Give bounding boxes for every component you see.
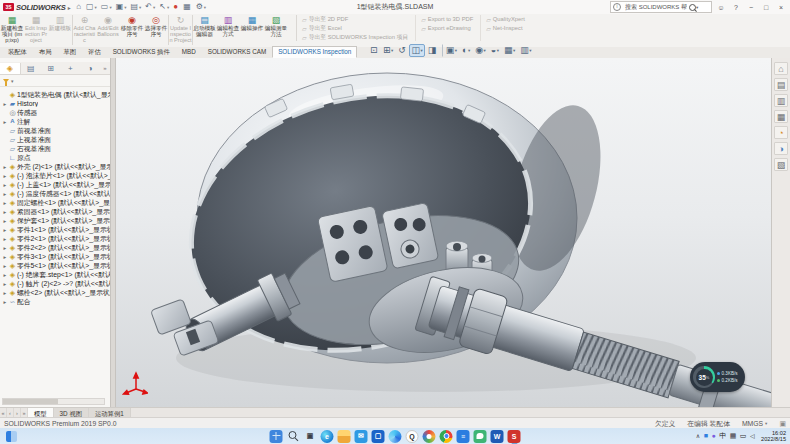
tree-item[interactable]: ▸ ◈ 螺栓<2> (默认<<默认>_显示状态: [0, 288, 110, 297]
update-inspection-project-button[interactable]: ↻ Update Inspection Project: [168, 15, 192, 45]
tree-item[interactable]: ▱ 右视基准面: [0, 144, 110, 153]
export-menu-item[interactable]: ▱ Net-Inspect: [486, 24, 525, 32]
export-menu-item[interactable]: ▱ 导出至 SOLIDWORKS Inspection 项目: [302, 33, 408, 41]
tree-item[interactable]: ▸ ◈ 零件2<2> (默认<<默认>_显示状态: [0, 243, 110, 252]
tree-item[interactable]: ▸ ◈ 零件3<1> (默认<<默认>_显示状态: [0, 252, 110, 261]
help-search-box[interactable]: i ▾: [610, 1, 712, 13]
previous-view-icon[interactable]: ↺: [396, 44, 408, 57]
options-gear-icon[interactable]: ⚙▾: [194, 1, 207, 13]
tree-item[interactable]: ▸ ◈ 保护套<1> (默认<<默认>_显示状态: [0, 216, 110, 225]
wechat-icon[interactable]: [474, 430, 487, 443]
open-file-icon[interactable]: ▭▾: [99, 1, 113, 13]
search-magnifier-icon[interactable]: [689, 4, 696, 11]
design-library-icon[interactable]: ▥: [774, 94, 788, 107]
tab-layout[interactable]: 布局: [33, 46, 58, 58]
tree-item[interactable]: ▸ ◈ (-) 触片 (2)<2> ->? (默认<<默认: [0, 279, 110, 288]
store-icon[interactable]: ▢: [372, 430, 385, 443]
tray-expand-icon[interactable]: ∧: [696, 429, 700, 443]
new-file-icon[interactable]: ▢▾: [85, 1, 99, 13]
tree-item[interactable]: ∟ 原点: [0, 153, 110, 162]
tree-root-assembly[interactable]: ◈ 1型铠装热电偶 (默认<默认_显示状态-1: [0, 90, 110, 99]
file-explorer-pane-icon[interactable]: ▦: [774, 110, 788, 123]
mail-icon[interactable]: ✉: [355, 430, 368, 443]
tab-sw-cam[interactable]: SOLIDWORKS CAM: [202, 46, 272, 58]
edge-icon[interactable]: e: [321, 430, 334, 443]
tree-item[interactable]: ▸ ◈ 零件2<1> (默认<<默认>_显示状态: [0, 234, 110, 243]
rebuild-traffic-light-icon[interactable]: ●: [172, 1, 181, 13]
export-menu-item[interactable]: ▱ 导出至 2D PDF: [302, 15, 408, 23]
logo-expand-caret-icon[interactable]: ▸: [68, 4, 71, 11]
graphics-viewport[interactable]: 35% 0.3KB/s 0.2KB/s: [116, 58, 771, 407]
ime-chinese-indicator[interactable]: 中: [719, 429, 726, 443]
units-selector[interactable]: MMGS ▾: [742, 420, 767, 427]
browser-360-icon[interactable]: [423, 430, 436, 443]
tree-item[interactable]: ▸ ◈ 零件1<1> (默认<<默认>_显示状态: [0, 225, 110, 234]
tab-sw-addins[interactable]: SOLIDWORKS 插件: [107, 46, 176, 58]
tab-sw-inspection[interactable]: SOLIDWORKS Inspection: [272, 46, 357, 58]
help-search-input[interactable]: [623, 3, 689, 11]
select-balloons-button[interactable]: ◎ 选择零件序号: [144, 15, 168, 45]
ime-keyboard-icon[interactable]: ▦: [730, 429, 737, 443]
export-menu-item[interactable]: ▱ 导出至 Excel: [302, 24, 408, 32]
tab-mbd[interactable]: MBD: [176, 46, 202, 58]
driver-tray-icon[interactable]: ●: [712, 429, 716, 443]
tree-item[interactable]: ▸ ▰ History: [0, 99, 110, 108]
network-display-icon[interactable]: ▭: [740, 429, 747, 443]
copilot-icon[interactable]: [389, 430, 402, 443]
print-icon[interactable]: ▤▾: [129, 1, 143, 13]
tree-filter-bar[interactable]: ▾: [0, 75, 110, 87]
tab-overflow-icon[interactable]: »: [100, 65, 110, 71]
restore-button[interactable]: □: [760, 4, 772, 11]
tree-item[interactable]: ▸ ◈ 紧固器<1> (默认<<默认>_显示状态: [0, 207, 110, 216]
taskpane-home-icon[interactable]: ⌂: [774, 62, 788, 75]
sw-resources-icon[interactable]: ▤: [774, 78, 788, 91]
search-caret-icon[interactable]: ▾: [696, 5, 698, 10]
help-button[interactable]: ?: [730, 4, 742, 11]
view-palette-icon[interactable]: ◔: [774, 126, 788, 139]
tab-sketch[interactable]: 草图: [57, 46, 82, 58]
remove-balloons-button[interactable]: ◉ 移除零件序号: [120, 15, 144, 45]
export-menu-item[interactable]: ▱ Export eDrawing: [421, 24, 473, 32]
dynamic-annotation-icon[interactable]: ◨: [426, 44, 439, 57]
dimxpert-tab-icon[interactable]: +: [60, 63, 80, 74]
qq-icon[interactable]: Q: [406, 430, 419, 443]
edit-appearance-icon[interactable]: ◒▾: [489, 44, 501, 57]
tree-item[interactable]: ▸ ◈ (-) 温度传感器<1> (默认<<默认>_: [0, 189, 110, 198]
export-menu-item[interactable]: ▱ QualityXpert: [486, 15, 525, 23]
export-menu-item[interactable]: ▱ Export to 3D PDF: [421, 15, 473, 23]
propertymanager-tab-icon[interactable]: ▤: [21, 63, 41, 74]
apply-scene-icon[interactable]: ▦▾: [502, 44, 517, 57]
configuration-manager-tab-icon[interactable]: ⊞: [41, 63, 61, 74]
panel-horizontal-scrollbar[interactable]: [2, 398, 105, 405]
solidworks-app-icon[interactable]: S: [508, 430, 521, 443]
task-view-icon[interactable]: ▣: [304, 430, 317, 443]
tab-assembly[interactable]: 装配体: [2, 46, 33, 58]
tab-evaluate[interactable]: 评估: [82, 46, 107, 58]
appearances-scenes-icon[interactable]: ◑: [774, 142, 788, 155]
save-icon[interactable]: ▣▾: [114, 1, 128, 13]
tree-item[interactable]: ▸ A 注解: [0, 117, 110, 126]
custom-properties-icon[interactable]: ▧: [774, 158, 788, 171]
volume-icon[interactable]: ◁: [750, 429, 755, 443]
tree-item[interactable]: ▸ ◈ 零件5<1> (默认<<默认>_显示状态: [0, 261, 110, 270]
tree-item[interactable]: ◎ 传感器: [0, 108, 110, 117]
edit-inspection-methods-button[interactable]: ▥ 编辑检查方式: [216, 15, 240, 45]
section-view-icon[interactable]: ◫▾: [409, 44, 424, 57]
chrome-icon[interactable]: [440, 430, 453, 443]
display-settings-icon[interactable]: ▦: [182, 1, 194, 13]
edit-inspection-project-button[interactable]: ▦ Edit Inspection Project: [24, 15, 48, 45]
word-icon[interactable]: W: [491, 430, 504, 443]
edit-measurement-method-button[interactable]: ▧ 编辑测量方法: [264, 15, 288, 45]
start-icon[interactable]: [270, 430, 283, 443]
tree-item[interactable]: ▱ 上视基准面: [0, 135, 110, 144]
scrollbar-thumb[interactable]: [3, 399, 58, 404]
edit-operations-button[interactable]: ▦ 编辑操作: [240, 15, 264, 45]
hide-show-items-icon[interactable]: ◉▾: [473, 44, 488, 57]
tree-item[interactable]: ▱ 前视基准面: [0, 126, 110, 135]
tree-item[interactable]: ▸ ∽ 配合: [0, 297, 110, 306]
undo-icon[interactable]: ↶▾: [144, 1, 157, 13]
close-button[interactable]: ×: [775, 4, 787, 11]
featuremanager-tree-tab-icon[interactable]: ◈: [0, 63, 21, 74]
view-orientation-icon[interactable]: ▣▾: [442, 44, 459, 57]
minimize-button[interactable]: −: [745, 4, 757, 11]
